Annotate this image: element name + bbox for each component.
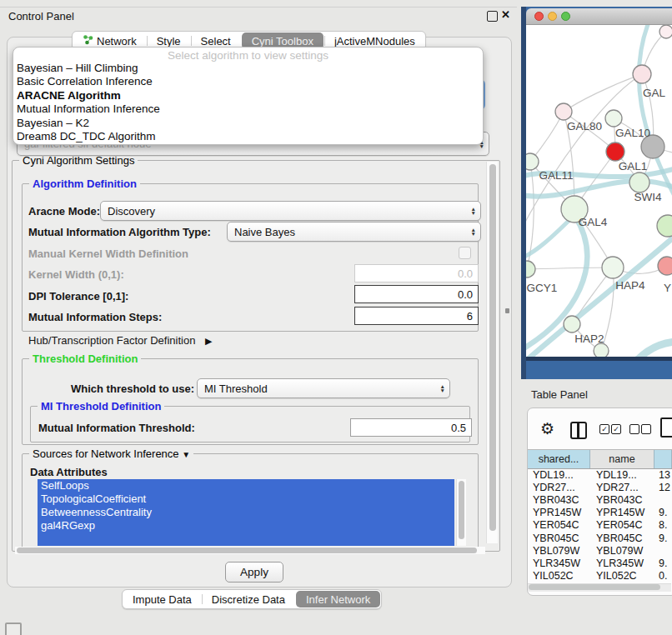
network-node[interactable] [594,343,609,357]
network-node[interactable] [602,257,624,278]
network-node[interactable] [658,257,672,275]
mi-threshold-field[interactable]: 0.5 [350,418,472,437]
attributes-list-scrollbar[interactable] [456,479,466,546]
tab-discretize-data[interactable]: Discretize Data [202,591,295,608]
network-edge[interactable] [527,268,613,269]
table-cell: 9. [654,558,667,569]
scrollbar-thumb[interactable] [529,584,660,590]
table-cell: 12 [654,482,670,493]
aracne-mode-label: Aracne Mode: [28,205,100,218]
table-cell: 13 [654,469,670,481]
network-canvas-shadow [526,357,672,361]
network-node[interactable] [606,142,624,161]
algorithm-option[interactable]: Bayesian – Hill Climbing [13,62,483,75]
network-window-titlebar[interactable] [526,8,672,25]
checked-box-icon[interactable]: ✓ [611,424,621,434]
network-node[interactable] [657,215,672,237]
node-label: SWI4 [634,191,661,203]
tab-impute-data[interactable]: Impute Data [123,591,202,608]
network-node[interactable] [605,110,622,127]
combo-stepper-icon: ▲▼ [467,207,480,215]
mi-steps-field[interactable]: 6 [354,307,479,325]
table-row[interactable]: YLR345WYLR345W9. [528,557,672,569]
kernel-width-label: Kernel Width (0,1): [28,268,124,281]
manual-kernel-checkbox[interactable] [459,247,471,259]
algorithm-option[interactable]: ARACNE Algorithm [13,89,483,102]
table-row[interactable]: YER054CYER054C8. [528,519,672,532]
unchecked-box-icon[interactable] [629,424,639,434]
aracne-mode-value: Discovery [108,205,155,218]
network-icon [83,34,93,48]
network-view-canvas[interactable]: GALGAL80GAL10GAL1GAL11SWI4GAL4GCY1HAP4YH… [526,25,672,357]
tab-infer-network[interactable]: Infer Network [296,591,380,608]
settings-vertical-scrollbar[interactable] [486,162,498,543]
table-cell: YBR045C [528,532,590,544]
columns-icon[interactable] [570,422,587,439]
close-traffic-light-icon[interactable] [534,12,544,21]
expanded-arrow-icon[interactable]: ▼ [182,450,190,459]
aracne-mode-combo[interactable]: Discovery ▲▼ [100,201,481,221]
network-edge[interactable] [530,112,564,162]
column-header-name[interactable]: name [590,450,654,468]
algorithm-option[interactable]: Bayesian – K2 [13,117,483,130]
kernel-width-field[interactable]: 0.0 [354,264,479,282]
table-row[interactable]: YBR045CYBR045C9. [528,532,672,544]
network-node[interactable] [564,316,580,332]
minimize-traffic-light-icon[interactable] [548,12,557,21]
table-cell: YLR345W [528,558,590,569]
settings-horizontal-scrollbar[interactable] [15,547,485,554]
data-attribute-item[interactable]: TopologicalCoefficient [38,492,454,506]
scrollbar-thumb[interactable] [489,164,496,531]
control-panel-top-edge [0,7,517,8]
table-row[interactable]: YDL19...YDL19...13 [528,468,672,481]
close-icon[interactable]: ✕ [501,9,510,20]
table-cell: YBR043C [590,494,654,506]
apply-button[interactable]: Apply [225,562,283,582]
unchecked-box-icon[interactable] [641,424,651,434]
node-label: GAL1 [619,160,648,172]
table-body: YDL19...YDL19...13YDR27...YDR27...12YBR0… [528,468,672,582]
mi-type-combo[interactable]: Naive Bayes ▲▼ [227,222,481,242]
minimized-panel-icon[interactable] [5,622,22,635]
column-header-cut[interactable] [654,450,672,468]
table-row[interactable]: YIL052CYIL052C0. [528,570,672,582]
algorithm-option[interactable]: Dream8 DC_TDC Algorithm [13,130,483,143]
network-node[interactable] [555,103,572,120]
hub-section-label[interactable]: Hub/Transcription Factor Definition ▶ [28,334,212,347]
network-node[interactable] [659,25,672,38]
document-icon[interactable] [660,418,672,438]
data-attribute-item-partial[interactable] [38,532,454,546]
data-attribute-item[interactable]: gal4RGexp [38,519,454,532]
scrollbar-thumb[interactable] [459,481,464,539]
checked-box-icon[interactable]: ✓ [599,424,609,434]
table-row[interactable]: YPR145WYPR145W9. [528,507,672,519]
mi-type-value: Naive Bayes [234,226,295,238]
data-attributes-label: Data Attributes [30,466,108,478]
gear-icon[interactable]: ⚙ [540,419,554,438]
node-label: Y [664,282,671,294]
column-header-shared-name[interactable]: shared... [528,450,590,468]
network-edge-thick[interactable] [629,342,672,357]
float-window-icon[interactable] [487,11,498,22]
network-graph[interactable]: GALGAL80GAL10GAL1GAL11SWI4GAL4GCY1HAP4YH… [526,25,672,357]
table-row[interactable]: YDR27...YDR27...12 [528,481,672,493]
network-edge[interactable] [564,74,642,112]
dpi-tolerance-field[interactable]: 0.0 [354,285,479,303]
network-node[interactable] [629,172,649,192]
algorithm-option[interactable]: Basic Correlation Inference [13,75,483,88]
which-threshold-combo[interactable]: MI Threshold ▲▼ [197,378,450,398]
scrollbar-thumb[interactable] [17,548,477,553]
network-node[interactable] [526,261,535,278]
table-row[interactable]: YBR043CYBR043C [528,493,672,506]
data-attributes-list: SelfLoopsTopologicalCoefficientBetweenne… [38,479,454,546]
tab-label: Discretize Data [212,593,285,606]
network-node[interactable] [526,153,539,170]
data-attribute-item[interactable]: SelfLoops [38,479,454,492]
collapsed-arrow-icon[interactable]: ▶ [205,336,212,347]
panel-splitter-handle[interactable] [505,308,509,313]
zoom-traffic-light-icon[interactable] [561,12,570,21]
table-row[interactable]: YBL079WYBL079W [528,544,672,557]
algorithm-option[interactable]: Mutual Information Inference [13,102,483,116]
network-node[interactable] [633,65,651,83]
data-attribute-item[interactable]: BetweennessCentrality [38,506,454,519]
